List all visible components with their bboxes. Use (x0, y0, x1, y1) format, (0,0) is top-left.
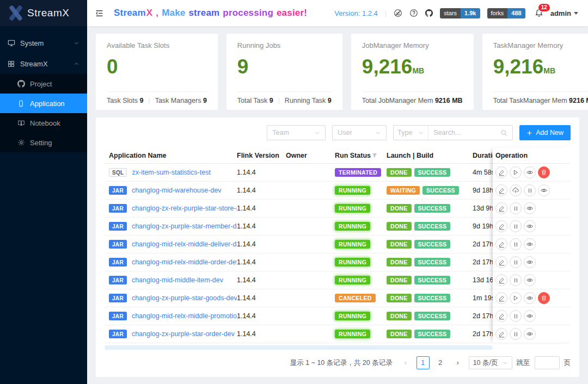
edit-button[interactable] (495, 310, 507, 322)
github-icon[interactable] (425, 9, 433, 17)
delete-button[interactable] (538, 292, 550, 304)
application-name-link[interactable]: changlog-zx-relx-purple-star-store-dev (132, 205, 237, 212)
application-name-link[interactable]: changlog-mid-warehouse-dev (132, 187, 222, 194)
search-input[interactable]: Search... (428, 126, 512, 140)
stat-card-unit: MB (543, 66, 555, 75)
detail-button[interactable] (524, 256, 536, 268)
detail-icon (526, 330, 534, 338)
delete-icon (541, 295, 547, 301)
stat-card-footer: Task Slots 9|Task Managers 9 (107, 91, 207, 104)
start-button[interactable] (510, 292, 522, 304)
build-status-badge: SUCCESS (414, 204, 451, 213)
pause-icon (513, 206, 519, 212)
sidebar-item-setting[interactable]: Setting (0, 133, 87, 152)
detail-button[interactable] (524, 310, 536, 322)
page-number-1[interactable]: 1 (416, 356, 430, 369)
detail-icon (526, 294, 534, 302)
operation-row (493, 182, 571, 200)
pause-button[interactable] (510, 238, 522, 250)
divider: | (385, 9, 387, 17)
pause-button[interactable] (510, 220, 522, 232)
pause-button[interactable] (510, 202, 522, 214)
user-menu[interactable]: admin (550, 9, 578, 17)
pause-button[interactable] (510, 328, 522, 340)
sidebar-item-project[interactable]: Project (0, 74, 87, 94)
job-type-tag: JAR (109, 186, 127, 195)
duration-cell: 1m 19s (471, 294, 493, 302)
detail-button[interactable] (524, 202, 536, 214)
run-status-badge: RUNNING (335, 222, 370, 231)
pause-button[interactable] (510, 310, 522, 322)
notification-bell[interactable]: 12 (535, 9, 543, 17)
page-number-2[interactable]: 2 (434, 356, 447, 369)
edit-button[interactable] (495, 184, 507, 196)
edit-button[interactable] (495, 220, 507, 232)
edit-button[interactable] (495, 256, 507, 268)
start-button[interactable] (510, 166, 522, 178)
application-name-link[interactable]: changlog-zx-purple-star-goods-dev (132, 294, 237, 302)
detail-icon (526, 222, 534, 230)
detail-button[interactable] (524, 328, 536, 340)
edit-icon (498, 169, 505, 176)
flink-version-cell: 1.14.4 (237, 294, 286, 302)
streamx-logo[interactable]: StreamX (0, 0, 87, 26)
application-name-link[interactable]: changlog-zx-purple-star-member-dev (132, 222, 237, 230)
type-select[interactable]: Type (394, 126, 428, 140)
delete-button[interactable] (538, 166, 550, 178)
pause-button[interactable] (510, 274, 522, 286)
sidebar-item-notebook[interactable]: Notebook (0, 113, 87, 133)
application-name-link[interactable]: changlog-mid-relx-middle-order-dev (132, 258, 237, 266)
edit-button[interactable] (495, 202, 507, 214)
edit-button[interactable] (495, 274, 507, 286)
help-icon[interactable] (409, 9, 418, 17)
application-panel: Team User Type Search... (96, 117, 579, 377)
team-select[interactable]: Team (267, 125, 326, 140)
prev-page-button[interactable]: ‹ (399, 356, 412, 369)
next-page-button[interactable]: › (451, 356, 464, 369)
user-name: admin (550, 9, 571, 17)
detail-button[interactable] (538, 184, 550, 196)
jump-page-input[interactable] (535, 356, 560, 369)
user-select[interactable]: User (332, 125, 387, 140)
stat-card: JobManager Memory9,216MBTotal JobManager… (351, 34, 474, 110)
edit-button[interactable] (495, 328, 507, 340)
detail-button[interactable] (524, 292, 536, 304)
application-name-link[interactable]: changlog-zx-purple-star-order-dev (132, 330, 235, 338)
launch-status-badge: DONE (387, 222, 412, 231)
launch-button[interactable] (510, 184, 522, 196)
sidebar-item-system[interactable]: System (0, 33, 87, 53)
operation-row (493, 307, 571, 325)
detail-icon (540, 187, 548, 194)
pause-button[interactable] (510, 256, 522, 268)
application-name-link[interactable]: changlog-mid-relx-middle-promotion-dev (132, 312, 237, 320)
add-new-button[interactable]: Add New (519, 125, 571, 140)
network-icon[interactable] (394, 9, 402, 17)
application-name-link[interactable]: changlog-mid-relx-middle-deliver-dev (132, 240, 237, 248)
detail-button[interactable] (524, 274, 536, 286)
detail-button[interactable] (524, 220, 536, 232)
title-segment: stream (188, 8, 222, 18)
edit-button[interactable] (495, 166, 507, 178)
appstore-icon (8, 60, 15, 67)
detail-button[interactable] (524, 238, 536, 250)
stat-card-footer: Total TaskManager Mem 9216 MB (493, 91, 588, 104)
sidebar-item-streamx[interactable]: StreamX (0, 53, 87, 74)
job-type-tag: JAR (109, 240, 127, 249)
chevron-down-icon (74, 40, 79, 46)
table-row: JARchanglog-mid-relx-middle-promotion-de… (105, 307, 493, 325)
build-status-badge: SUCCESS (414, 258, 451, 267)
horizontal-scrollbar[interactable] (105, 345, 493, 350)
github-forks-badge[interactable]: forks 488 (487, 8, 525, 18)
menu-fold-icon[interactable] (95, 9, 104, 18)
detail-button[interactable] (524, 166, 536, 178)
title-segment: , (153, 8, 161, 18)
edit-button[interactable] (495, 238, 507, 250)
sidebar-item-application[interactable]: Application (0, 94, 87, 113)
pause-button[interactable] (524, 184, 536, 196)
page-size-select[interactable]: 10 条/页 (469, 356, 512, 369)
application-name-link[interactable]: changlog-mid-middle-item-dev (132, 276, 223, 284)
application-name-link[interactable]: zx-item-sum-statistics-test (132, 169, 210, 176)
edit-button[interactable] (495, 292, 507, 304)
filter-funnel-icon[interactable] (371, 152, 378, 159)
github-stars-badge[interactable]: stars 1.9k (440, 8, 480, 18)
